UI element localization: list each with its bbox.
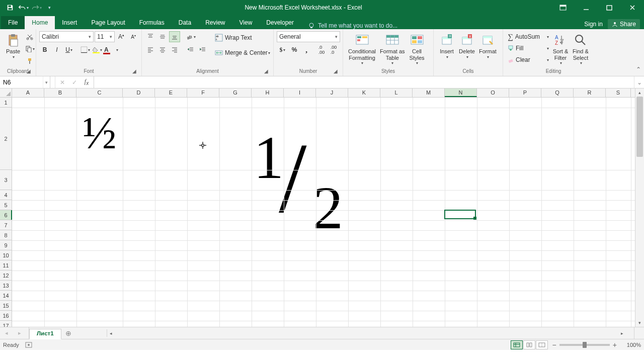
font-name-combo[interactable]: Calibri▾	[39, 31, 94, 42]
undo-icon[interactable]: ▾	[17, 2, 29, 14]
row-header-13[interactable]: 13	[0, 281, 12, 291]
number-format-combo[interactable]: General▾	[277, 31, 340, 42]
format-as-table-button[interactable]: Format asTable▾	[378, 31, 407, 66]
scroll-left-icon[interactable]: ◂	[107, 331, 115, 336]
row-header-14[interactable]: 14	[0, 291, 12, 301]
row-header-7[interactable]: 7	[0, 220, 12, 230]
increase-decimal-button[interactable]: .0.00	[316, 44, 327, 55]
row-header-1[interactable]: 1	[0, 98, 12, 108]
column-header-L[interactable]: L	[380, 88, 413, 97]
row-header-9[interactable]: 9	[0, 240, 12, 250]
column-headers[interactable]: ABCDEFGHIJKLMNOPQRS	[0, 88, 635, 98]
macro-record-icon[interactable]	[25, 342, 32, 348]
tab-review[interactable]: Review	[198, 16, 232, 29]
row-header-10[interactable]: 10	[0, 250, 12, 260]
align-right-button[interactable]	[169, 44, 180, 55]
underline-button[interactable]: U▾	[63, 44, 74, 55]
column-header-S[interactable]: S	[606, 88, 631, 97]
tab-insert[interactable]: Insert	[55, 16, 84, 29]
fill-color-button[interactable]: ▾	[92, 44, 103, 55]
row-header-5[interactable]: 5	[0, 200, 12, 210]
cancel-formula-icon[interactable]: ✕	[56, 77, 68, 88]
accounting-format-button[interactable]: $▾	[277, 44, 288, 55]
row-header-8[interactable]: 8	[0, 230, 12, 240]
horizontal-scrollbar[interactable]: ◂ ▸	[107, 329, 626, 337]
fill-handle[interactable]	[473, 217, 476, 220]
increase-indent-button[interactable]	[197, 44, 208, 55]
tell-me-search[interactable]: Tell me what you want to do...	[301, 22, 584, 29]
row-header-6[interactable]: 6	[0, 210, 12, 220]
column-header-N[interactable]: N	[445, 88, 477, 97]
sheet-nav-next-icon[interactable]: ▸	[13, 327, 26, 339]
alignment-launcher-icon[interactable]: ◢	[263, 68, 269, 74]
zoom-out-button[interactable]: −	[552, 341, 556, 349]
minimize-icon[interactable]	[575, 0, 598, 15]
vertical-scrollbar[interactable]: ▴ ▾	[635, 88, 644, 327]
font-color-button[interactable]: A▾	[104, 44, 119, 55]
column-header-E[interactable]: E	[155, 88, 187, 97]
insert-function-icon[interactable]: fx	[80, 77, 93, 88]
row-header-11[interactable]: 11	[0, 260, 12, 270]
merge-center-button[interactable]: Merge & Center▾	[212, 46, 273, 59]
align-center-button[interactable]	[157, 44, 168, 55]
row-header-4[interactable]: 4	[0, 190, 12, 200]
column-header-F[interactable]: F	[187, 88, 219, 97]
select-all-corner[interactable]	[0, 88, 12, 97]
cut-button[interactable]	[24, 31, 35, 42]
decrease-indent-button[interactable]	[185, 44, 196, 55]
row-header-12[interactable]: 12	[0, 270, 12, 281]
cell-styles-button[interactable]: CellStyles▾	[407, 31, 427, 66]
name-box[interactable]: ▾	[0, 76, 50, 88]
new-sheet-button[interactable]: ⊕	[61, 327, 75, 339]
formula-bar[interactable]	[94, 76, 634, 88]
column-header-C[interactable]: C	[76, 88, 123, 97]
borders-button[interactable]: ▾	[79, 44, 91, 55]
column-header-J[interactable]: J	[316, 88, 348, 97]
column-header-I[interactable]: I	[284, 88, 316, 97]
maximize-icon[interactable]	[598, 0, 621, 15]
sort-filter-button[interactable]: AZSort &Filter▾	[550, 31, 571, 66]
collapse-ribbon-icon[interactable]: ⌃	[636, 66, 641, 73]
align-top-button[interactable]	[145, 31, 156, 42]
format-painter-button[interactable]	[24, 55, 35, 66]
name-box-input[interactable]	[0, 79, 43, 86]
copy-button[interactable]: ▾	[24, 43, 35, 54]
save-icon[interactable]	[4, 2, 16, 14]
view-page-layout-button[interactable]	[523, 340, 535, 349]
column-header-Q[interactable]: Q	[541, 88, 574, 97]
cells[interactable]: ½ 1 / 2	[12, 98, 635, 327]
italic-button[interactable]: I	[51, 44, 62, 55]
enter-formula-icon[interactable]: ✓	[68, 77, 80, 88]
column-header-R[interactable]: R	[574, 88, 606, 97]
row-header-16[interactable]: 16	[0, 311, 12, 321]
percent-format-button[interactable]: %	[289, 44, 300, 55]
clear-button[interactable]: Clear▾	[506, 54, 550, 65]
column-header-A[interactable]: A	[12, 88, 44, 97]
tab-home[interactable]: Home	[25, 16, 55, 29]
redo-icon[interactable]: ▾	[30, 2, 42, 14]
column-header-D[interactable]: D	[123, 88, 155, 97]
align-bottom-button[interactable]	[169, 31, 180, 42]
tab-view[interactable]: View	[232, 16, 260, 29]
clipboard-launcher-icon[interactable]: ◢	[26, 68, 32, 74]
active-cell-selection[interactable]	[444, 210, 476, 219]
sheet-nav-prev-icon[interactable]: ◂	[0, 327, 13, 339]
conditional-formatting-button[interactable]: ConditionalFormatting▾	[346, 31, 378, 66]
expand-formula-bar-icon[interactable]: ⌄	[634, 76, 644, 88]
vertical-scroll-thumb[interactable]	[636, 97, 643, 157]
close-icon[interactable]	[621, 0, 644, 15]
zoom-in-button[interactable]: +	[613, 341, 617, 349]
scroll-right-icon[interactable]: ▸	[618, 331, 626, 336]
align-left-button[interactable]	[145, 44, 156, 55]
align-middle-button[interactable]	[157, 31, 168, 42]
decrease-font-button[interactable]: A▾	[128, 31, 139, 42]
name-box-dropdown-icon[interactable]: ▾	[43, 76, 50, 88]
column-header-G[interactable]: G	[219, 88, 252, 97]
row-headers[interactable]: 1234567891011121314151617	[0, 98, 12, 327]
orientation-button[interactable]: ab▾	[185, 31, 196, 42]
column-header-B[interactable]: B	[44, 88, 76, 97]
view-normal-button[interactable]	[511, 340, 523, 349]
decrease-decimal-button[interactable]: .00.0	[328, 44, 339, 55]
autosum-button[interactable]: ∑AutoSum▾	[506, 31, 550, 42]
column-header-O[interactable]: O	[477, 88, 509, 97]
